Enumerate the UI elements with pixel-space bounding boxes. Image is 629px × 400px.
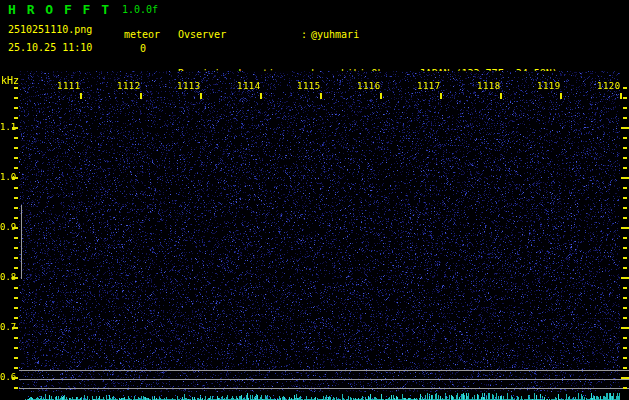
info-separator: : <box>301 28 311 41</box>
freq-minor-tick-left <box>14 147 18 149</box>
freq-minor-tick-right <box>623 297 627 299</box>
freq-minor-tick-right <box>623 117 627 119</box>
time-axis-tick <box>500 93 502 99</box>
time-axis-tick <box>440 93 442 99</box>
freq-minor-tick-left <box>14 167 18 169</box>
freq-major-tick-right <box>621 377 629 379</box>
carrier-line <box>19 370 629 371</box>
freq-minor-tick-right <box>623 97 627 99</box>
freq-minor-tick-left <box>14 107 18 109</box>
freq-minor-tick-left <box>14 247 18 249</box>
calibration-bar <box>21 205 22 279</box>
freq-minor-tick-left <box>14 137 18 139</box>
freq-minor-tick-right <box>623 147 627 149</box>
freq-minor-tick-right <box>623 217 627 219</box>
freq-minor-tick-right <box>623 337 627 339</box>
time-axis-tick <box>380 93 382 99</box>
freq-minor-tick-left <box>14 197 18 199</box>
freq-minor-tick-right <box>623 347 627 349</box>
freq-minor-tick-right <box>623 307 627 309</box>
freq-minor-tick-left <box>14 217 18 219</box>
meteor-count-label: meteor <box>124 29 160 40</box>
freq-minor-tick-left <box>14 287 18 289</box>
freq-major-tick-right <box>621 177 629 179</box>
meteor-count-value: 0 <box>140 43 146 54</box>
freq-minor-tick-right <box>623 317 627 319</box>
station-info-row: Ovserver:@yuhmari <box>178 28 558 41</box>
time-axis-label: 1115 <box>297 81 321 91</box>
freq-minor-tick-left <box>14 237 18 239</box>
spectrogram-noise <box>19 71 620 392</box>
time-axis-label: 1118 <box>477 81 501 91</box>
freq-minor-tick-right <box>623 287 627 289</box>
freq-minor-tick-left <box>14 187 18 189</box>
freq-minor-tick-right <box>623 257 627 259</box>
freq-minor-tick-right <box>623 207 627 209</box>
freq-minor-tick-right <box>623 367 627 369</box>
time-axis-tick <box>80 93 82 99</box>
freq-minor-tick-right <box>623 357 627 359</box>
info-value: @yuhmari <box>311 29 359 40</box>
app-title: H R O F F T <box>8 2 111 17</box>
freq-minor-tick-left <box>14 207 18 209</box>
freq-major-tick-left <box>12 277 18 279</box>
freq-minor-tick-left <box>14 267 18 269</box>
time-axis-label: 1117 <box>417 81 441 91</box>
freq-minor-tick-left <box>14 297 18 299</box>
freq-minor-tick-left <box>14 317 18 319</box>
freq-minor-tick-left <box>14 307 18 309</box>
time-axis-label: 1112 <box>117 81 141 91</box>
freq-minor-tick-left <box>14 117 18 119</box>
freq-minor-tick-left <box>14 257 18 259</box>
freq-minor-tick-left <box>14 97 18 99</box>
freq-minor-tick-left <box>14 367 18 369</box>
freq-major-tick-left <box>12 377 18 379</box>
freq-minor-tick-right <box>623 137 627 139</box>
freq-major-tick-right <box>621 127 629 129</box>
time-axis-tick <box>260 93 262 99</box>
freq-minor-tick-right <box>623 107 627 109</box>
freq-minor-tick-left <box>14 87 18 89</box>
freq-major-tick-left <box>12 127 18 129</box>
freq-minor-tick-left <box>14 337 18 339</box>
time-axis-label: 1119 <box>537 81 561 91</box>
date-time: 25.10.25 11:10 <box>8 42 92 53</box>
freq-minor-tick-right <box>623 237 627 239</box>
freq-major-tick-left <box>12 227 18 229</box>
freq-minor-tick-left <box>14 347 18 349</box>
time-axis-tick <box>140 93 142 99</box>
freq-major-tick-left <box>12 327 18 329</box>
freq-major-tick-right <box>621 227 629 229</box>
freq-major-tick-left <box>12 177 18 179</box>
time-axis-label: 1114 <box>237 81 261 91</box>
info-label: Ovserver <box>178 28 301 41</box>
output-filename: 2510251110.png <box>8 24 92 35</box>
time-axis-label: 1111 <box>57 81 81 91</box>
freq-minor-tick-right <box>623 267 627 269</box>
freq-axis-unit: kHz <box>1 75 19 86</box>
freq-minor-tick-right <box>623 387 627 389</box>
time-axis-tick <box>560 93 562 99</box>
freq-minor-tick-left <box>14 157 18 159</box>
time-axis-label: 1120 <box>597 81 621 91</box>
freq-minor-tick-right <box>623 87 627 89</box>
app-version: 1.0.0f <box>122 4 158 15</box>
freq-major-tick-right <box>621 277 629 279</box>
freq-minor-tick-right <box>623 197 627 199</box>
carrier-line <box>19 388 629 389</box>
freq-minor-tick-right <box>623 157 627 159</box>
carrier-line <box>19 379 629 380</box>
time-axis-tick <box>620 93 622 99</box>
time-axis-label: 1116 <box>357 81 381 91</box>
freq-major-tick-right <box>621 327 629 329</box>
freq-minor-tick-left <box>14 387 18 389</box>
freq-minor-tick-left <box>14 357 18 359</box>
time-axis-label: 1113 <box>177 81 201 91</box>
freq-minor-tick-right <box>623 167 627 169</box>
time-axis-tick <box>200 93 202 99</box>
freq-minor-tick-right <box>623 187 627 189</box>
hrofft-window: H R O F F T 1.0.0f 2510251110.png meteor… <box>0 0 629 400</box>
time-axis-tick <box>320 93 322 99</box>
signal-level-trace <box>19 392 629 400</box>
freq-minor-tick-right <box>623 247 627 249</box>
